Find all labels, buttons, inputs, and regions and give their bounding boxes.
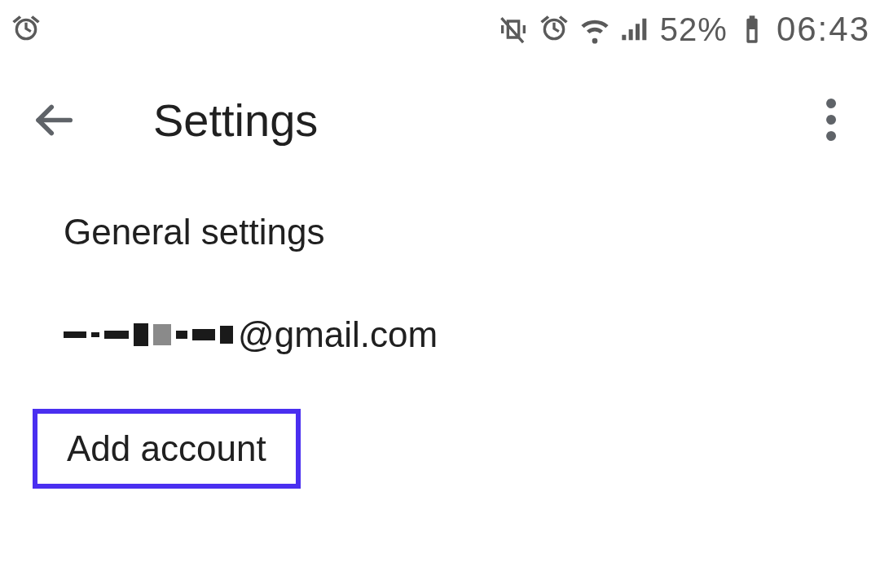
add-account-button[interactable]: Add account <box>33 409 301 489</box>
status-right: 52% 06:43 <box>497 10 870 49</box>
redacted-username-icon <box>64 323 233 346</box>
general-settings-label: General settings <box>64 212 324 252</box>
svg-point-3 <box>826 131 836 141</box>
cell-signal-icon <box>619 13 652 46</box>
account-domain-label: @gmail.com <box>238 314 438 355</box>
wifi-icon <box>579 13 611 46</box>
account-item[interactable]: @gmail.com <box>0 283 880 386</box>
page-title: Settings <box>153 94 318 147</box>
battery-icon <box>736 13 768 46</box>
status-time: 06:43 <box>777 10 870 49</box>
alarm-status-icon <box>538 13 570 46</box>
status-bar: 52% 06:43 <box>0 0 880 59</box>
general-settings-item[interactable]: General settings <box>0 181 880 283</box>
settings-list: General settings @gmail.com Add account <box>0 181 880 489</box>
back-button[interactable] <box>24 91 81 148</box>
add-account-label: Add account <box>67 428 266 468</box>
svg-point-1 <box>826 99 836 108</box>
svg-point-2 <box>826 115 836 125</box>
status-left <box>10 13 42 46</box>
overflow-menu-button[interactable] <box>807 95 856 144</box>
alarm-icon <box>10 13 42 46</box>
app-bar: Settings <box>0 59 880 181</box>
vibrate-silent-icon <box>497 13 530 46</box>
battery-percent: 52% <box>660 11 728 48</box>
